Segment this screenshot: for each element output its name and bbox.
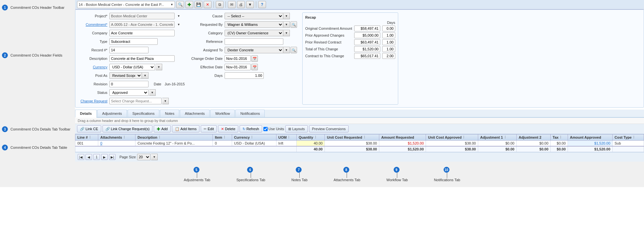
next-page-btn[interactable]: ▶ <box>101 154 108 160</box>
assigned-to-search-btn[interactable]: 🔍 <box>291 47 297 53</box>
add-btn-detail[interactable]: ✚ Add <box>154 125 171 132</box>
recap-title: Recap <box>305 15 395 19</box>
commitment-label[interactable]: Commitment* <box>78 23 107 26</box>
currency-select[interactable]: USD - Dollar (USA) <box>109 64 155 70</box>
recap-value-2[interactable] <box>354 39 380 45</box>
last-page-btn[interactable]: ▶| <box>109 154 116 160</box>
currency-dropdown-btn[interactable]: ▼ <box>156 64 162 70</box>
reference-input[interactable] <box>225 38 283 45</box>
effective-date-cal-btn[interactable]: 📅 <box>251 64 258 70</box>
post-as-row: Post As Revised Scope ▼ <box>78 72 185 79</box>
revision-label: Revision <box>78 82 107 86</box>
print-btn[interactable]: 🖨 <box>237 1 245 8</box>
category-select[interactable]: (CV) Owner Convenience <box>225 30 283 36</box>
delete-btn[interactable]: ✕ <box>204 1 212 8</box>
tab-specifications[interactable]: Specifications <box>128 110 160 117</box>
page-size-select[interactable]: 20 50 100 <box>137 154 150 160</box>
recap-row-1: Prior Approved Changes <box>305 32 395 38</box>
status-select[interactable]: Approved <box>109 89 149 96</box>
assigned-to-select[interactable]: Dexter Concrete <box>225 47 283 53</box>
link-ce-btn[interactable]: 🔗 Link CE <box>77 125 101 132</box>
tab-notifications[interactable]: Notifications <box>235 110 265 117</box>
tab-attachments[interactable]: Attachments <box>180 110 210 117</box>
tab-adjustments[interactable]: Adjustments <box>97 110 127 117</box>
cause-dropdown-btn[interactable]: ▼ <box>283 13 290 19</box>
edit-btn[interactable]: ✏ Edit <box>201 125 217 132</box>
change-request-dropdown-btn[interactable]: ▼ <box>162 98 169 104</box>
recap-value-0[interactable] <box>354 26 380 31</box>
tab-workflow[interactable]: Workflow <box>210 110 235 117</box>
print-dropdown-btn[interactable]: ▼ <box>246 1 254 8</box>
attachments-link[interactable]: 0 <box>100 141 102 145</box>
delete-btn-detail[interactable]: ✕ Delete <box>218 125 238 132</box>
recap-label-4: Contract to This Change <box>305 54 352 58</box>
tab-details[interactable]: Details <box>75 110 97 118</box>
preview-conversions-btn[interactable]: Preview Conversions <box>309 125 349 132</box>
link-cr-btn[interactable]: 🔗 Link Change Request(s) <box>102 125 153 132</box>
days-label: Days <box>190 74 223 78</box>
type-input[interactable] <box>109 38 158 45</box>
currency-label[interactable]: Currency <box>78 65 107 69</box>
add-btn[interactable]: ✚ <box>185 1 193 8</box>
change-order-date-cal-btn[interactable]: 📅 <box>251 55 258 62</box>
effective-date-input[interactable] <box>225 64 251 70</box>
change-order-date-wrap: 📅 <box>225 55 258 62</box>
email-btn[interactable]: ✉ <box>228 1 236 8</box>
add-items-btn[interactable]: 📋 Add Items <box>172 125 200 132</box>
callout-6-label: Specifications Tab <box>236 178 265 182</box>
post-as-dropdown-btn[interactable]: ▼ <box>142 72 149 79</box>
save-btn[interactable]: 💾 <box>195 1 202 8</box>
status-row: Status Approved ▼ <box>78 89 185 96</box>
delete-icon: ✕ <box>221 127 224 131</box>
tab-notes[interactable]: Notes <box>160 110 179 117</box>
category-dropdown-btn[interactable]: ▼ <box>283 30 290 36</box>
recap-days-1[interactable] <box>382 32 395 38</box>
copy-btn[interactable]: ⧉ <box>216 1 224 8</box>
link-cr-icon: 🔗 <box>105 127 110 131</box>
callout-7-line <box>299 173 300 178</box>
page-size-dropdown-btn[interactable]: ▼ <box>151 154 158 160</box>
first-page-btn[interactable]: |◀ <box>78 154 84 160</box>
recap-value-3[interactable] <box>354 46 380 52</box>
use-units-label[interactable]: Use Units <box>269 127 284 131</box>
help-btn[interactable]: ? <box>258 1 266 8</box>
requested-by-select[interactable]: Wagner & Williams <box>225 21 283 28</box>
callout-8-group: 8 Attachments Tab <box>334 167 360 182</box>
project-dropdown-label: 14 - Boston Medical Center - Concrete at… <box>79 3 170 7</box>
col-tax: Tax ⋮ <box>551 134 568 141</box>
use-units-checkbox[interactable] <box>263 127 268 131</box>
total-amount-req: $1,520.00 <box>379 146 426 152</box>
recap-days-2[interactable] <box>382 39 395 45</box>
prev-page-btn[interactable]: ◀ <box>86 154 92 160</box>
recap-days-4[interactable] <box>382 53 395 59</box>
description-input[interactable] <box>109 55 175 62</box>
post-as-select[interactable]: Revised Scope <box>109 72 142 79</box>
cause-select[interactable]: -- Select -- <box>225 13 283 19</box>
change-request-input[interactable] <box>109 98 162 104</box>
requested-by-search-btn[interactable]: 🔍 <box>291 21 297 28</box>
refresh-btn[interactable]: ↻ Refresh <box>240 125 262 132</box>
recap-value-4[interactable] <box>354 53 380 59</box>
change-order-date-input[interactable] <box>225 55 251 62</box>
requested-by-dropdown-btn[interactable]: ▼ <box>283 21 290 28</box>
layouts-btn[interactable]: ⊞ Layouts <box>285 125 308 132</box>
recap-value-1[interactable] <box>354 32 380 38</box>
current-page-btn[interactable]: 1 <box>93 154 100 160</box>
callout-9-group: 9 Workflow Tab <box>386 167 408 182</box>
status-dropdown-btn[interactable]: ▼ <box>149 89 156 96</box>
revision-input[interactable] <box>109 81 149 87</box>
recap-days-3[interactable] <box>382 46 395 52</box>
change-request-label[interactable]: Change Request <box>78 99 107 103</box>
record-input[interactable] <box>109 47 149 53</box>
change-request-wrap: ▼ <box>109 98 169 104</box>
badge-4: 4 <box>2 145 8 150</box>
company-input[interactable] <box>109 30 175 36</box>
commitment-input[interactable] <box>109 21 175 28</box>
assigned-to-dropdown-btn[interactable]: ▼ <box>283 47 290 53</box>
callout-annotations: 5 Adjustments Tab 6 Specifications Tab 7… <box>0 162 644 187</box>
days-input[interactable] <box>225 72 264 79</box>
search-btn[interactable]: 🔍 <box>176 1 184 8</box>
project-dropdown[interactable]: 14 - Boston Medical Center - Concrete at… <box>77 1 175 8</box>
recap-days-0[interactable] <box>382 26 395 31</box>
project-input[interactable] <box>109 13 175 19</box>
